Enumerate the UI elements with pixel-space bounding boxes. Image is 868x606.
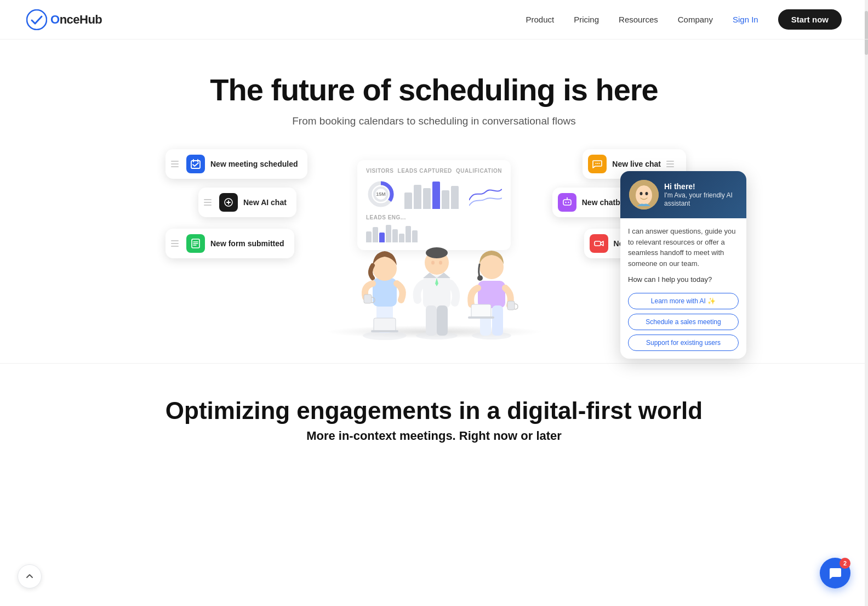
chat-question: How can I help you today? xyxy=(628,274,739,285)
pill-ai-label: New AI chat xyxy=(243,198,287,207)
logo-text: OnceHub xyxy=(50,13,102,27)
svg-point-6 xyxy=(599,163,600,164)
pill-livechat-label: New live chat xyxy=(612,160,661,168)
bottom-section: Optimizing engagements in a digital-firs… xyxy=(0,364,868,443)
svg-point-4 xyxy=(596,163,597,164)
svg-rect-36 xyxy=(471,304,491,318)
chat-header: Hi there! I'm Ava, your friendly AI assi… xyxy=(620,171,746,218)
svg-point-8 xyxy=(565,202,566,203)
chat-btn-learn[interactable]: Learn more with AI ✨ xyxy=(628,293,739,309)
scrollbar[interactable] xyxy=(865,0,868,443)
chat-avatar xyxy=(629,180,659,209)
svg-rect-25 xyxy=(437,305,448,336)
drag-handle xyxy=(171,161,179,167)
form-icon xyxy=(186,234,205,253)
pill-meeting: New meeting scheduled xyxy=(165,149,307,179)
donut-label: 15M xyxy=(376,191,386,197)
drag-handle xyxy=(204,199,212,206)
svg-rect-37 xyxy=(468,316,494,319)
svg-point-42 xyxy=(646,192,648,195)
nav-pricing[interactable]: Pricing xyxy=(574,15,599,24)
svg-rect-38 xyxy=(507,301,515,310)
svg-rect-19 xyxy=(364,294,372,303)
chat-btn-schedule[interactable]: Schedule a sales meeting xyxy=(628,314,739,330)
chat-btn-support[interactable]: Support for existing users xyxy=(628,335,739,351)
svg-rect-33 xyxy=(492,305,503,336)
videocall-icon xyxy=(590,234,608,253)
bar-chart xyxy=(404,179,460,209)
chat-greeting: Hi there! xyxy=(664,182,738,191)
ai-icon xyxy=(219,193,238,212)
chatbot-widget: Hi there! I'm Ava, your friendly AI assi… xyxy=(620,171,746,359)
meeting-icon xyxy=(186,155,205,173)
svg-point-40 xyxy=(636,185,652,205)
svg-rect-24 xyxy=(426,305,437,336)
svg-point-0 xyxy=(27,10,47,30)
navigation: OnceHub Product Pricing Resources Compan… xyxy=(0,0,868,39)
pill-form: New form submitted xyxy=(165,229,294,258)
chatbot-icon xyxy=(558,193,576,212)
pill-ai: New AI chat xyxy=(198,188,296,217)
svg-rect-7 xyxy=(563,200,571,205)
chat-body-text: I can answer questions, guide you to rel… xyxy=(628,227,736,268)
chat-buttons: Learn more with AI ✨ Schedule a sales me… xyxy=(620,293,746,359)
start-now-button[interactable]: Start now xyxy=(778,9,842,30)
livechat-icon xyxy=(588,155,607,173)
svg-point-29 xyxy=(439,261,442,265)
svg-point-35 xyxy=(477,275,483,281)
pill-meeting-label: New meeting scheduled xyxy=(210,160,298,168)
svg-point-22 xyxy=(416,332,458,339)
bottom-subtitle: More in-context meetings. Right now or l… xyxy=(26,429,842,443)
nav-company[interactable]: Company xyxy=(678,15,713,24)
bottom-title: Optimizing engagements in a digital-firs… xyxy=(26,397,842,426)
logo-icon xyxy=(26,9,47,30)
hero-subtitle: From booking calendars to scheduling in … xyxy=(26,115,842,127)
svg-point-10 xyxy=(567,197,568,199)
hero-title: The future of scheduling is here xyxy=(26,72,842,107)
nav-signin[interactable]: Sign In xyxy=(733,15,758,24)
svg-point-9 xyxy=(568,202,569,203)
people-svg xyxy=(335,231,533,341)
visitors-label: VISITORS xyxy=(366,168,394,174)
nav-resources[interactable]: Resources xyxy=(619,15,658,24)
svg-point-41 xyxy=(640,192,643,195)
svg-point-28 xyxy=(431,261,435,265)
drag-handle xyxy=(666,161,674,167)
svg-point-30 xyxy=(472,332,511,339)
leads-engaged-label: LEADS ENG... xyxy=(366,214,502,220)
qual-label: QUALIFICATION xyxy=(456,168,502,174)
people-figures xyxy=(335,231,533,341)
svg-point-34 xyxy=(479,255,504,279)
svg-rect-20 xyxy=(374,318,396,331)
chat-body: I can answer questions, guide you to rel… xyxy=(620,218,746,293)
svg-rect-17 xyxy=(373,278,397,307)
hero-section: The future of scheduling is here From bo… xyxy=(0,39,868,127)
pill-form-label: New form submitted xyxy=(210,239,284,248)
chat-name: I'm Ava, your friendly AI assistant xyxy=(664,191,733,207)
svg-point-27 xyxy=(426,247,448,258)
svg-point-5 xyxy=(597,163,598,164)
logo[interactable]: OnceHub xyxy=(26,9,102,30)
nav-product[interactable]: Product xyxy=(526,15,554,24)
drag-handle xyxy=(171,240,179,247)
nav-links: Product Pricing Resources Company Sign I… xyxy=(526,9,842,30)
qualification-chart xyxy=(469,178,502,210)
svg-rect-11 xyxy=(595,241,601,246)
leads-label: LEADS CAPTURED xyxy=(398,168,452,174)
svg-rect-21 xyxy=(371,330,398,332)
